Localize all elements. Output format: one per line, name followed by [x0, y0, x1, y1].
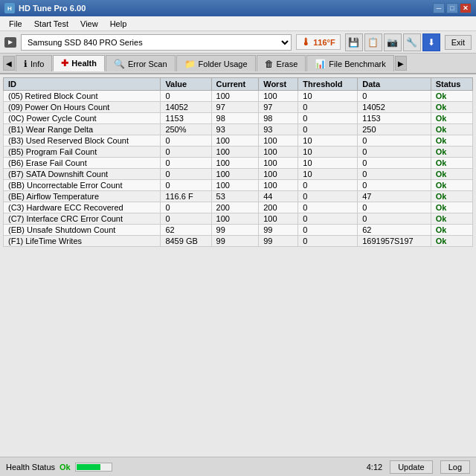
cell-threshold: 10	[298, 135, 358, 147]
cell-data: 1153	[358, 113, 431, 124]
tab-prev-button[interactable]: ◀	[3, 56, 15, 71]
table-header-row: ID Value Current Worst Threshold Data St…	[4, 78, 473, 91]
cell-current: 100	[211, 147, 259, 158]
cell-data: 47	[358, 191, 431, 202]
cell-current: 99	[211, 236, 259, 247]
app-icon: H	[4, 3, 15, 13]
tab-file-benchmark-label: File Benchmark	[329, 60, 385, 68]
menu-file[interactable]: File	[3, 18, 28, 30]
cell-data: 0	[358, 202, 431, 213]
cell-id: (BB) Uncorrectable Error Count	[4, 180, 161, 191]
cell-id: (09) Power On Hours Count	[4, 102, 161, 113]
camera-icon-btn[interactable]: 📷	[384, 33, 402, 51]
tab-file-benchmark[interactable]: 📊 File Benchmark	[306, 55, 393, 71]
tab-health[interactable]: ✚ Health	[53, 55, 105, 71]
folder-icon: 📁	[184, 59, 196, 69]
cell-data: 62	[358, 225, 431, 236]
cell-threshold: 0	[298, 225, 358, 236]
cell-status: Ok	[431, 147, 472, 158]
cell-current: 100	[211, 180, 259, 191]
cell-value: 1153	[161, 113, 211, 124]
hdd-icon-btn[interactable]: 💾	[345, 33, 363, 51]
cell-worst: 100	[259, 213, 298, 225]
tab-health-label: Health	[71, 59, 97, 68]
tab-error-scan[interactable]: 🔍 Error Scan	[106, 55, 176, 71]
table-row: (B6) Erase Fail Count0100100100Ok	[4, 158, 473, 169]
cell-current: 100	[211, 135, 259, 147]
col-data: Data	[358, 78, 431, 91]
download-icon-btn[interactable]: ⬇	[422, 33, 440, 51]
info-icon: ℹ	[24, 59, 28, 69]
cell-value: 0	[161, 158, 211, 169]
cell-data: 0	[358, 158, 431, 169]
health-bar-fill	[77, 464, 100, 470]
health-table: ID Value Current Worst Threshold Data St…	[3, 77, 473, 247]
health-bar	[75, 463, 112, 472]
table-row: (B1) Wear Range Delta250%93930250Ok	[4, 124, 473, 135]
cell-current: 100	[211, 91, 259, 102]
thermometer-icon: 🌡	[301, 36, 311, 48]
tab-folder-usage-label: Folder Usage	[199, 60, 248, 68]
tab-info-label: Info	[30, 60, 44, 68]
cell-worst: 99	[259, 225, 298, 236]
cell-value: 116.6 F	[161, 191, 211, 202]
cell-data: 14052	[358, 102, 431, 113]
cell-current: 100	[211, 158, 259, 169]
health-status-container: Health Status Ok	[6, 463, 112, 472]
table-row: (09) Power On Hours Count140529797014052…	[4, 102, 473, 113]
copy-icon-btn[interactable]: 📋	[364, 33, 382, 51]
col-value: Value	[161, 78, 211, 91]
cell-id: (B6) Erase Fail Count	[4, 158, 161, 169]
cell-status: Ok	[431, 113, 472, 124]
cell-threshold: 0	[298, 236, 358, 247]
cell-threshold: 10	[298, 91, 358, 102]
cell-worst: 100	[259, 147, 298, 158]
cell-data: 0	[358, 135, 431, 147]
erase-icon: 🗑	[265, 59, 274, 69]
cell-value: 14052	[161, 102, 211, 113]
exit-button[interactable]: Exit	[445, 35, 472, 50]
cell-data: 0	[358, 91, 431, 102]
cell-worst: 100	[259, 135, 298, 147]
update-button[interactable]: Update	[390, 460, 432, 474]
wrench-icon-btn[interactable]: 🔧	[403, 33, 421, 51]
cell-value: 8459 GB	[161, 236, 211, 247]
cell-value: 0	[161, 180, 211, 191]
col-id: ID	[4, 78, 161, 91]
cell-current: 97	[211, 102, 259, 113]
maximize-button[interactable]: □	[446, 3, 458, 13]
tab-folder-usage[interactable]: 📁 Folder Usage	[176, 55, 256, 71]
table-row: (C3) Hardware ECC Recovered020020000Ok	[4, 202, 473, 213]
menu-start-test[interactable]: Start Test	[28, 18, 74, 30]
close-button[interactable]: ✕	[460, 3, 472, 13]
benchmark-icon: 📊	[315, 59, 326, 69]
cell-threshold: 10	[298, 147, 358, 158]
minimize-button[interactable]: ─	[433, 3, 445, 13]
cell-id: (EB) Unsafe Shutdown Count	[4, 225, 161, 236]
drive-selector[interactable]: Samsung SSD 840 PRO Series	[21, 34, 292, 51]
tab-erase[interactable]: 🗑 Erase	[257, 55, 306, 71]
temperature-display: 🌡 116°F	[296, 34, 340, 50]
cell-data: 0	[358, 147, 431, 158]
app-title: HD Tune Pro 6.00	[19, 4, 86, 13]
cell-current: 98	[211, 113, 259, 124]
tab-next-button[interactable]: ▶	[395, 56, 407, 71]
title-bar: H HD Tune Pro 6.00 ─ □ ✕	[0, 0, 476, 16]
cell-value: 0	[161, 213, 211, 225]
cell-data: 0	[358, 213, 431, 225]
cell-status: Ok	[431, 135, 472, 147]
col-threshold: Threshold	[298, 78, 358, 91]
cell-threshold: 10	[298, 169, 358, 180]
cell-id: (0C) Power Cycle Count	[4, 113, 161, 124]
cell-data: 250	[358, 124, 431, 135]
tab-info[interactable]: ℹ Info	[16, 55, 52, 71]
menu-view[interactable]: View	[74, 18, 104, 30]
cell-value: 0	[161, 169, 211, 180]
cell-data: 1691957S197	[358, 236, 431, 247]
cell-status: Ok	[431, 236, 472, 247]
table-row: (0C) Power Cycle Count1153989801153Ok	[4, 113, 473, 124]
log-button[interactable]: Log	[440, 460, 470, 474]
health-status-label: Health Status	[6, 463, 55, 472]
menu-help[interactable]: Help	[104, 18, 133, 30]
cell-id: (05) Retired Block Count	[4, 91, 161, 102]
